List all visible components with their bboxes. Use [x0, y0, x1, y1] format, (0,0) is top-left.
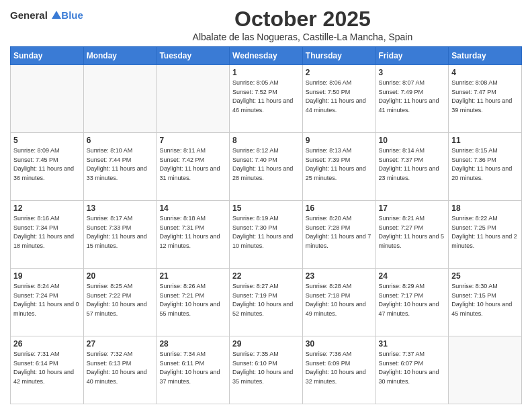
day-info: Sunrise: 8:29 AM Sunset: 7:17 PM Dayligh… [379, 282, 446, 318]
day-info: Sunrise: 8:26 AM Sunset: 7:21 PM Dayligh… [159, 282, 226, 318]
day-number: 25 [451, 271, 519, 281]
day-number: 22 [232, 271, 300, 281]
day-number: 29 [232, 339, 300, 349]
day-info: Sunrise: 8:24 AM Sunset: 7:24 PM Dayligh… [13, 282, 81, 318]
day-number: 28 [159, 339, 226, 349]
calendar-cell: 19Sunrise: 8:24 AM Sunset: 7:24 PM Dayli… [11, 269, 84, 336]
day-number: 15 [232, 203, 300, 213]
calendar-cell: 9Sunrise: 8:13 AM Sunset: 7:39 PM Daylig… [302, 133, 375, 201]
header-thursday: Thursday [302, 47, 375, 65]
calendar-cell: 12Sunrise: 8:16 AM Sunset: 7:34 PM Dayli… [11, 201, 84, 269]
calendar-week-2: 5Sunrise: 8:09 AM Sunset: 7:45 PM Daylig… [11, 133, 522, 201]
day-number: 9 [306, 136, 373, 145]
calendar-cell: 4Sunrise: 8:08 AM Sunset: 7:47 PM Daylig… [449, 65, 522, 133]
logo: General Blue [10, 9, 83, 21]
day-info: Sunrise: 8:16 AM Sunset: 7:34 PM Dayligh… [13, 214, 81, 250]
day-number: 4 [451, 68, 519, 77]
main-title: October 2025 [83, 7, 522, 32]
calendar-cell [11, 65, 84, 133]
calendar-cell: 18Sunrise: 8:22 AM Sunset: 7:25 PM Dayli… [449, 201, 522, 269]
calendar-cell: 10Sunrise: 8:14 AM Sunset: 7:37 PM Dayli… [375, 133, 449, 201]
day-info: Sunrise: 8:12 AM Sunset: 7:40 PM Dayligh… [232, 146, 300, 183]
day-number: 3 [379, 68, 446, 77]
day-number: 12 [13, 203, 81, 213]
calendar-cell: 30Sunrise: 7:36 AM Sunset: 6:09 PM Dayli… [302, 336, 375, 404]
calendar-cell: 21Sunrise: 8:26 AM Sunset: 7:21 PM Dayli… [157, 269, 230, 336]
header-monday: Monday [83, 47, 157, 65]
day-info: Sunrise: 8:07 AM Sunset: 7:49 PM Dayligh… [379, 79, 446, 115]
day-number: 23 [306, 271, 373, 281]
day-number: 10 [379, 136, 446, 145]
day-info: Sunrise: 8:15 AM Sunset: 7:36 PM Dayligh… [451, 146, 519, 183]
day-number: 20 [87, 271, 154, 281]
calendar-cell: 16Sunrise: 8:20 AM Sunset: 7:28 PM Dayli… [302, 201, 375, 269]
day-info: Sunrise: 8:11 AM Sunset: 7:42 PM Dayligh… [159, 146, 226, 183]
day-info: Sunrise: 8:17 AM Sunset: 7:33 PM Dayligh… [87, 214, 154, 250]
day-number: 21 [159, 271, 226, 281]
day-info: Sunrise: 8:14 AM Sunset: 7:37 PM Dayligh… [379, 146, 446, 183]
day-info: Sunrise: 8:28 AM Sunset: 7:18 PM Dayligh… [306, 282, 373, 318]
calendar-cell: 31Sunrise: 7:37 AM Sunset: 6:07 PM Dayli… [375, 336, 449, 404]
calendar-cell: 3Sunrise: 8:07 AM Sunset: 7:49 PM Daylig… [375, 65, 449, 133]
header: General Blue October 2025 Albalate de la… [10, 7, 522, 42]
day-info: Sunrise: 8:18 AM Sunset: 7:31 PM Dayligh… [159, 214, 226, 250]
day-number: 6 [87, 136, 154, 145]
logo-blue: Blue [61, 9, 83, 21]
day-info: Sunrise: 8:20 AM Sunset: 7:28 PM Dayligh… [306, 214, 373, 250]
day-info: Sunrise: 8:30 AM Sunset: 7:15 PM Dayligh… [451, 282, 519, 318]
calendar: Sunday Monday Tuesday Wednesday Thursday… [10, 46, 522, 404]
day-number: 13 [87, 203, 154, 213]
calendar-cell: 23Sunrise: 8:28 AM Sunset: 7:18 PM Dayli… [302, 269, 375, 336]
calendar-cell: 1Sunrise: 8:05 AM Sunset: 7:52 PM Daylig… [230, 65, 303, 133]
day-info: Sunrise: 7:31 AM Sunset: 6:14 PM Dayligh… [13, 350, 81, 386]
calendar-cell: 28Sunrise: 7:34 AM Sunset: 6:11 PM Dayli… [157, 336, 230, 404]
day-info: Sunrise: 8:10 AM Sunset: 7:44 PM Dayligh… [87, 146, 154, 183]
day-number: 2 [306, 68, 373, 77]
day-info: Sunrise: 8:21 AM Sunset: 7:27 PM Dayligh… [379, 214, 446, 250]
page: General Blue October 2025 Albalate de la… [0, 0, 532, 411]
day-info: Sunrise: 7:37 AM Sunset: 6:07 PM Dayligh… [379, 350, 446, 386]
day-info: Sunrise: 7:35 AM Sunset: 6:10 PM Dayligh… [232, 350, 300, 386]
calendar-cell: 20Sunrise: 8:25 AM Sunset: 7:22 PM Dayli… [83, 269, 157, 336]
title-section: October 2025 Albalate de las Nogueras, C… [83, 7, 522, 42]
header-saturday: Saturday [449, 47, 522, 65]
calendar-cell [449, 336, 522, 404]
calendar-cell [157, 65, 230, 133]
calendar-cell: 15Sunrise: 8:19 AM Sunset: 7:30 PM Dayli… [230, 201, 303, 269]
day-info: Sunrise: 8:22 AM Sunset: 7:25 PM Dayligh… [451, 214, 519, 250]
day-number: 30 [306, 339, 373, 349]
weekday-header-row: Sunday Monday Tuesday Wednesday Thursday… [11, 47, 522, 65]
calendar-cell: 29Sunrise: 7:35 AM Sunset: 6:10 PM Dayli… [230, 336, 303, 404]
day-info: Sunrise: 8:13 AM Sunset: 7:39 PM Dayligh… [306, 146, 373, 183]
day-number: 16 [306, 203, 373, 213]
calendar-week-4: 19Sunrise: 8:24 AM Sunset: 7:24 PM Dayli… [11, 269, 522, 336]
calendar-week-5: 26Sunrise: 7:31 AM Sunset: 6:14 PM Dayli… [11, 336, 522, 404]
calendar-cell: 26Sunrise: 7:31 AM Sunset: 6:14 PM Dayli… [11, 336, 84, 404]
day-info: Sunrise: 8:08 AM Sunset: 7:47 PM Dayligh… [451, 79, 519, 115]
day-number: 19 [13, 271, 81, 281]
day-number: 5 [13, 136, 81, 145]
calendar-header: Sunday Monday Tuesday Wednesday Thursday… [11, 47, 522, 65]
logo-triangle-icon [52, 11, 61, 19]
calendar-cell: 7Sunrise: 8:11 AM Sunset: 7:42 PM Daylig… [157, 133, 230, 201]
day-number: 14 [159, 203, 226, 213]
day-number: 1 [232, 68, 300, 77]
calendar-cell: 11Sunrise: 8:15 AM Sunset: 7:36 PM Dayli… [449, 133, 522, 201]
day-number: 17 [379, 203, 446, 213]
calendar-week-3: 12Sunrise: 8:16 AM Sunset: 7:34 PM Dayli… [11, 201, 522, 269]
calendar-cell: 6Sunrise: 8:10 AM Sunset: 7:44 PM Daylig… [83, 133, 157, 201]
day-number: 8 [232, 136, 300, 145]
day-number: 18 [451, 203, 519, 213]
day-info: Sunrise: 8:05 AM Sunset: 7:52 PM Dayligh… [232, 79, 300, 115]
day-number: 27 [87, 339, 154, 349]
subtitle: Albalate de las Nogueras, Castille-La Ma… [83, 32, 522, 42]
calendar-cell: 22Sunrise: 8:27 AM Sunset: 7:19 PM Dayli… [230, 269, 303, 336]
day-number: 11 [451, 136, 519, 145]
calendar-week-1: 1Sunrise: 8:05 AM Sunset: 7:52 PM Daylig… [11, 65, 522, 133]
calendar-cell: 2Sunrise: 8:06 AM Sunset: 7:50 PM Daylig… [302, 65, 375, 133]
calendar-cell: 27Sunrise: 7:32 AM Sunset: 6:13 PM Dayli… [83, 336, 157, 404]
calendar-cell: 17Sunrise: 8:21 AM Sunset: 7:27 PM Dayli… [375, 201, 449, 269]
day-number: 7 [159, 136, 226, 145]
day-info: Sunrise: 7:36 AM Sunset: 6:09 PM Dayligh… [306, 350, 373, 386]
calendar-cell: 24Sunrise: 8:29 AM Sunset: 7:17 PM Dayli… [375, 269, 449, 336]
